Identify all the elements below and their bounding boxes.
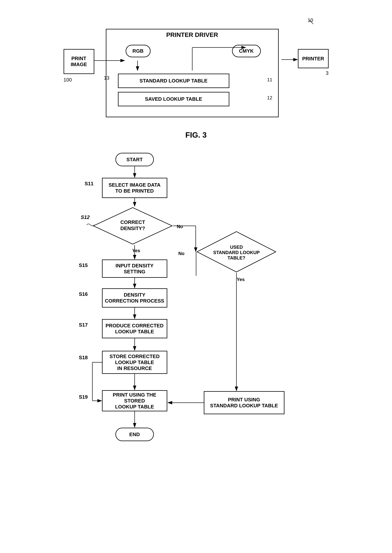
ref-100: 100: [63, 77, 72, 83]
end-box: END: [115, 428, 154, 441]
print-image-box: PRINTIMAGE: [63, 49, 94, 74]
ref-3: 3: [326, 70, 329, 76]
s17-label: S17: [79, 322, 88, 328]
s14-box: PRINT USINGSTANDARD LOOKUP TABLE: [204, 391, 284, 414]
s13-diamond-container: USED STANDARD LOOKUP TABLE?: [196, 231, 277, 273]
s16-box: DENSITYCORRECTION PROCESS: [102, 288, 167, 308]
s18-label: S18: [79, 355, 88, 361]
s12-diamond-svg: CORRECT DENSITY?: [92, 207, 173, 245]
s13-no: No: [178, 251, 185, 256]
ref-11: 11: [267, 77, 272, 82]
saved-lut-label: SAVED LOOKUP TABLE: [145, 96, 202, 102]
cmyk-box: CMYK: [232, 45, 261, 57]
s17-text: PRODUCE CORRECTEDLOOKUP TABLE: [106, 323, 164, 335]
s15-box: INPUT DENSITYSETTING: [102, 259, 167, 278]
s12-label: S12: [81, 214, 90, 220]
s19-text: PRINT USING THE STOREDLOOKUP TABLE: [103, 392, 167, 410]
s12-yes: Yes: [132, 248, 140, 253]
print-image-label: PRINTIMAGE: [71, 56, 87, 67]
rgb-label: RGB: [133, 48, 144, 54]
printer-box: PRINTER: [298, 49, 329, 68]
ref-13: 13: [104, 75, 110, 81]
fig3-caption: FIG. 3: [15, 131, 377, 139]
s15-label: S15: [79, 262, 88, 268]
s17-box: PRODUCE CORRECTEDLOOKUP TABLE: [102, 319, 167, 338]
s15-text: INPUT DENSITYSETTING: [116, 263, 154, 275]
s14-text: PRINT USINGSTANDARD LOOKUP TABLE: [210, 397, 278, 409]
s13-yes: Yes: [237, 277, 245, 282]
s12-diamond-container: CORRECT DENSITY?: [92, 207, 173, 245]
s13-diamond-svg: USED STANDARD LOOKUP TABLE?: [196, 231, 277, 273]
fig3-diagram: 10 PRINTIMAGE 100 PRINTER DRIVER RGB CMY…: [62, 19, 330, 127]
s19-box: PRINT USING THE STOREDLOOKUP TABLE: [102, 390, 167, 411]
s18-text: STORE CORRECTEDLOOKUP TABLEIN RESOURCE: [110, 353, 160, 371]
cmyk-label: CMYK: [239, 48, 254, 54]
svg-text:CORRECT: CORRECT: [120, 219, 145, 225]
svg-text:STANDARD LOOKUP: STANDARD LOOKUP: [213, 250, 259, 255]
s16-label: S16: [79, 291, 88, 297]
end-label: END: [129, 431, 140, 438]
standard-lut-box: STANDARD LOOKUP TABLE: [118, 74, 229, 88]
svg-text:USED: USED: [230, 244, 243, 250]
s11-text: SELECT IMAGE DATATO BE PRINTED: [109, 182, 161, 194]
start-label: START: [126, 157, 143, 163]
page: 10 PRINTIMAGE 100 PRINTER DRIVER RGB CMY…: [0, 0, 392, 553]
fig3-container: 10 PRINTIMAGE 100 PRINTER DRIVER RGB CMY…: [15, 19, 377, 139]
s11-box: SELECT IMAGE DATATO BE PRINTED: [102, 178, 167, 198]
s19-label: S19: [79, 394, 88, 400]
svg-text:TABLE?: TABLE?: [227, 255, 245, 260]
standard-lut-label: STANDARD LOOKUP TABLE: [140, 78, 208, 84]
s11-label: S11: [85, 181, 94, 187]
rgb-box: RGB: [126, 45, 151, 57]
saved-lut-box: SAVED LOOKUP TABLE: [118, 92, 229, 106]
fig4-diagram: START S11 SELECT IMAGE DATATO BE PRINTED…: [62, 151, 330, 553]
ref-10: 10: [308, 17, 313, 23]
svg-text:DENSITY?: DENSITY?: [120, 225, 145, 231]
start-box: START: [115, 153, 154, 166]
s16-text: DENSITYCORRECTION PROCESS: [105, 292, 164, 304]
fig4-container: START S11 SELECT IMAGE DATATO BE PRINTED…: [15, 151, 377, 553]
s18-box: STORE CORRECTEDLOOKUP TABLEIN RESOURCE: [102, 351, 167, 374]
s12-no: No: [177, 224, 183, 229]
printer-driver-label: PRINTER DRIVER: [166, 31, 218, 38]
printer-label: PRINTER: [302, 56, 324, 62]
printer-driver-box: PRINTER DRIVER RGB CMYK STANDARD LOOKUP …: [106, 29, 279, 117]
ref-12: 12: [267, 95, 272, 101]
